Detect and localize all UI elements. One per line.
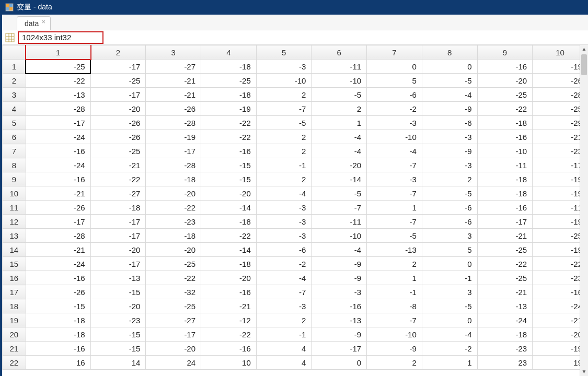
cell[interactable]: 5 bbox=[422, 243, 477, 257]
cell[interactable]: -11 bbox=[312, 60, 367, 74]
cell[interactable]: -3 bbox=[422, 130, 477, 144]
cell[interactable]: -16 bbox=[477, 60, 533, 74]
row-header[interactable]: 10 bbox=[3, 186, 26, 201]
cell[interactable]: -20 bbox=[146, 342, 201, 356]
col-header[interactable]: 6 bbox=[312, 45, 367, 60]
cell[interactable]: -3 bbox=[256, 215, 312, 229]
row-header[interactable]: 7 bbox=[3, 144, 26, 158]
cell[interactable]: -2 bbox=[367, 102, 422, 116]
cell[interactable]: -20 bbox=[201, 186, 257, 201]
row-header[interactable]: 4 bbox=[3, 102, 26, 116]
tab-data[interactable]: data × bbox=[17, 16, 51, 30]
cell[interactable]: 1 bbox=[367, 271, 422, 285]
cell[interactable]: -1 bbox=[256, 158, 312, 172]
cell[interactable]: 3 bbox=[422, 285, 477, 299]
cell[interactable]: -18 bbox=[146, 172, 201, 186]
cell[interactable]: -22 bbox=[201, 130, 257, 144]
cell[interactable]: -10 bbox=[367, 130, 422, 144]
cell[interactable]: -17 bbox=[146, 327, 201, 342]
cell[interactable]: 2 bbox=[422, 172, 477, 186]
cell[interactable]: -23 bbox=[477, 342, 533, 356]
col-header[interactable]: 3 bbox=[146, 45, 201, 60]
cell[interactable]: -23 bbox=[90, 313, 146, 327]
cell[interactable]: -24 bbox=[26, 130, 90, 144]
cell[interactable]: -25 bbox=[90, 144, 146, 158]
cell[interactable]: -4 bbox=[256, 186, 312, 201]
cell[interactable]: -20 bbox=[90, 299, 146, 313]
cell[interactable]: 2 bbox=[312, 102, 367, 116]
cell[interactable]: -16 bbox=[201, 342, 257, 356]
row-header[interactable]: 9 bbox=[3, 172, 26, 186]
cell[interactable]: -10 bbox=[256, 74, 312, 88]
cell[interactable]: -4 bbox=[422, 88, 477, 102]
scroll-up-icon[interactable]: ▲ bbox=[580, 45, 588, 53]
cell[interactable]: 2 bbox=[367, 257, 422, 271]
cell[interactable]: -3 bbox=[256, 229, 312, 243]
cell[interactable]: -13 bbox=[477, 299, 533, 313]
cell[interactable]: -25 bbox=[477, 88, 533, 102]
cell[interactable]: -21 bbox=[477, 285, 533, 299]
cell[interactable]: -17 bbox=[90, 257, 146, 271]
row-header[interactable]: 8 bbox=[3, 158, 26, 172]
cell[interactable]: -28 bbox=[146, 158, 201, 172]
cell[interactable]: -18 bbox=[201, 88, 257, 102]
cell[interactable]: -5 bbox=[312, 186, 367, 201]
cell[interactable]: -9 bbox=[312, 271, 367, 285]
cell[interactable]: -6 bbox=[422, 116, 477, 130]
cell[interactable]: -20 bbox=[90, 243, 146, 257]
cell[interactable]: -13 bbox=[26, 88, 90, 102]
cell[interactable]: 2 bbox=[256, 313, 312, 327]
col-header[interactable]: 1 bbox=[26, 45, 90, 60]
cell[interactable]: -8 bbox=[367, 299, 422, 313]
row-header[interactable]: 3 bbox=[3, 88, 26, 102]
cell[interactable]: -26 bbox=[90, 130, 146, 144]
cell[interactable]: -4 bbox=[312, 130, 367, 144]
cell[interactable]: -10 bbox=[477, 144, 533, 158]
cell[interactable]: -14 bbox=[201, 243, 257, 257]
cell[interactable]: -3 bbox=[256, 299, 312, 313]
scroll-down-icon[interactable]: ▼ bbox=[580, 368, 588, 376]
cell[interactable]: -22 bbox=[201, 116, 257, 130]
cell[interactable]: -16 bbox=[26, 172, 90, 186]
col-header[interactable]: 5 bbox=[256, 45, 312, 60]
cell[interactable]: -16 bbox=[201, 144, 257, 158]
cell[interactable]: -3 bbox=[256, 60, 312, 74]
row-header[interactable]: 16 bbox=[3, 271, 26, 285]
row-header[interactable]: 18 bbox=[3, 299, 26, 313]
cell[interactable]: -13 bbox=[90, 271, 146, 285]
cell[interactable]: -15 bbox=[90, 285, 146, 299]
col-header[interactable]: 7 bbox=[367, 45, 422, 60]
cell[interactable]: -18 bbox=[201, 257, 257, 271]
cell[interactable]: -22 bbox=[201, 327, 257, 342]
cell[interactable]: -3 bbox=[367, 116, 422, 130]
cell[interactable]: -4 bbox=[367, 144, 422, 158]
cell[interactable]: -2 bbox=[256, 257, 312, 271]
cell[interactable]: -22 bbox=[201, 229, 257, 243]
row-header[interactable]: 2 bbox=[3, 74, 26, 88]
cell[interactable]: -21 bbox=[90, 158, 146, 172]
cell[interactable]: -13 bbox=[367, 243, 422, 257]
col-header[interactable]: 8 bbox=[422, 45, 477, 60]
row-header[interactable]: 13 bbox=[3, 229, 26, 243]
cell[interactable]: -15 bbox=[201, 172, 257, 186]
cell[interactable]: -21 bbox=[146, 74, 201, 88]
cell[interactable]: 1 bbox=[422, 356, 477, 370]
cell[interactable]: -18 bbox=[477, 186, 533, 201]
cell[interactable]: -3 bbox=[422, 158, 477, 172]
cell[interactable]: -27 bbox=[146, 60, 201, 74]
row-header[interactable]: 1 bbox=[3, 60, 26, 74]
cell[interactable]: -16 bbox=[26, 342, 90, 356]
cell[interactable]: -16 bbox=[312, 299, 367, 313]
cell[interactable]: -27 bbox=[90, 186, 146, 201]
cell[interactable]: -14 bbox=[201, 201, 257, 215]
cell[interactable]: -5 bbox=[256, 116, 312, 130]
cell[interactable]: -4 bbox=[312, 243, 367, 257]
cell[interactable]: 2 bbox=[256, 172, 312, 186]
cell[interactable]: -1 bbox=[422, 271, 477, 285]
cell[interactable]: -3 bbox=[312, 285, 367, 299]
cell[interactable]: -28 bbox=[26, 102, 90, 116]
row-header[interactable]: 22 bbox=[3, 356, 26, 370]
cell[interactable]: -18 bbox=[26, 327, 90, 342]
vertical-scrollbar[interactable]: ▲ ▼ bbox=[580, 45, 588, 376]
cell[interactable]: -21 bbox=[201, 299, 257, 313]
